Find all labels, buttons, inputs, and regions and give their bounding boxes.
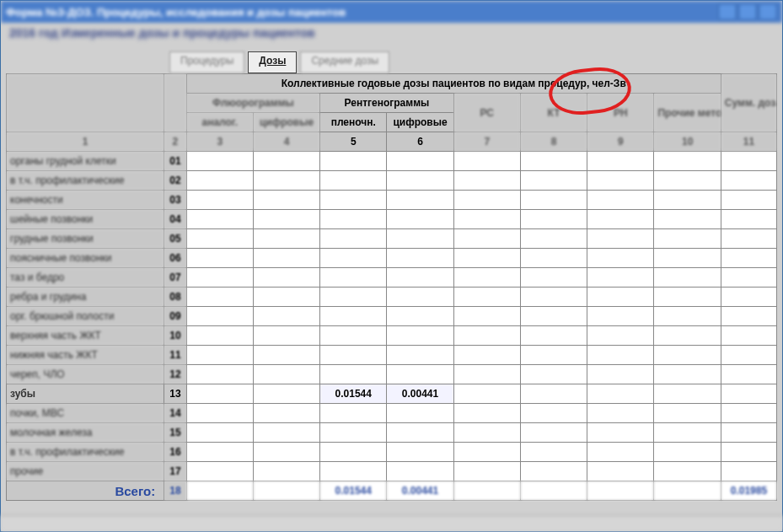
table-row: шейные позвонки04 (7, 210, 777, 229)
total-c6: 0.00441 (387, 481, 453, 501)
maximize-button[interactable] (738, 3, 757, 20)
statusbar (1, 515, 782, 531)
table-row: конечности03 (7, 191, 777, 210)
table-row: таз и бедро07 (7, 268, 777, 287)
col-n8: 8 (520, 132, 587, 152)
col-c7: РС (453, 94, 520, 132)
table-row-total: Всего: 18 0.01544 0.00441 0.01985 (7, 481, 777, 501)
col-n1: 1 (7, 132, 164, 152)
table-row: нижняя часть ЖКТ11 (7, 346, 777, 365)
table-row: орг. брюшной полости09 (7, 307, 777, 326)
col-fg-a: аналог. (186, 113, 253, 132)
table-row: грудные позвонки05 (7, 229, 777, 249)
window-title: Форма №3-ДОЗ. Процедуры, исследования и … (6, 6, 346, 19)
table-row: верхняя часть ЖКТ10 (7, 326, 777, 346)
total-label: Всего: (7, 481, 164, 501)
close-button[interactable] (759, 3, 777, 20)
col-c10: Прочие методы (654, 94, 721, 132)
tab-procedures[interactable]: Процедуры (169, 51, 244, 73)
col-n11: 11 (721, 132, 776, 152)
titlebar: Форма №3-ДОЗ. Процедуры, исследования и … (1, 1, 782, 23)
col-fg-d: цифровые (253, 113, 319, 132)
col-sum-head: Сумм. доза, чел-Зв (721, 74, 776, 132)
app-window: Форма №3-ДОЗ. Процедуры, исследования и … (0, 0, 783, 532)
col-fg-head: Флюорограммы (186, 94, 320, 113)
col-n5: 5 (320, 132, 387, 152)
table-row: череп, ЧЛО12 (7, 365, 777, 384)
total-c11: 0.01985 (721, 481, 776, 501)
cell-zuby-rg-b[interactable]: 0.00441 (387, 384, 453, 404)
col-c8: КТ (520, 94, 587, 132)
table-row: почки, МВС14 (7, 404, 777, 423)
table-row: ребра и грудина08 (7, 287, 777, 307)
table-row: поясничные позвонки06 (7, 249, 777, 268)
data-grid[interactable]: Коллективные годовые дозы пациентов по в… (6, 73, 777, 501)
table-row: молочная железа15 (7, 423, 777, 443)
minimize-button[interactable] (718, 3, 737, 20)
tab-avg-doses[interactable]: Средние дозы (300, 51, 389, 73)
tabs-bar: Процедуры Дозы Средние дозы (1, 51, 782, 73)
tab-doses[interactable]: Дозы (248, 51, 297, 73)
row-num-zuby: 13 (164, 384, 186, 404)
cell-zuby-rg-a[interactable]: 0.01544 (320, 384, 387, 404)
grid-container: Коллективные годовые дозы пациентов по в… (1, 73, 782, 515)
col-rg-head: Рентгенограммы (320, 94, 454, 113)
col-main-head: Коллективные годовые дозы пациентов по в… (186, 74, 721, 94)
table-row: в т.ч. профилактические16 (7, 443, 777, 462)
grid-body: органы грудной клетки01 в т.ч. профилакт… (7, 152, 777, 501)
total-c5: 0.01544 (320, 481, 387, 501)
col-n3: 3 (186, 132, 253, 152)
col-rg-b: цифровые (387, 113, 453, 132)
col-n9: 9 (587, 132, 654, 152)
col-num-head (164, 74, 186, 132)
col-n2: 2 (164, 132, 186, 152)
table-row: органы грудной клетки01 (7, 152, 777, 171)
col-n6: 6 (387, 132, 453, 152)
table-row: прочие17 (7, 462, 777, 481)
col-n7: 7 (453, 132, 520, 152)
col-n4: 4 (253, 132, 319, 152)
col-label-head (7, 74, 164, 132)
col-rg-a: пленочн. (320, 113, 387, 132)
table-row-zuby: зубы 13 0.01544 0.00441 (7, 384, 777, 404)
row-label-zuby: зубы (7, 384, 164, 404)
page-subheader: 2016 год Измеренные дозы и процедуры пац… (1, 23, 782, 51)
table-row: в т.ч. профилактические02 (7, 171, 777, 191)
col-n10: 10 (654, 132, 721, 152)
col-c9: РН (587, 94, 654, 132)
